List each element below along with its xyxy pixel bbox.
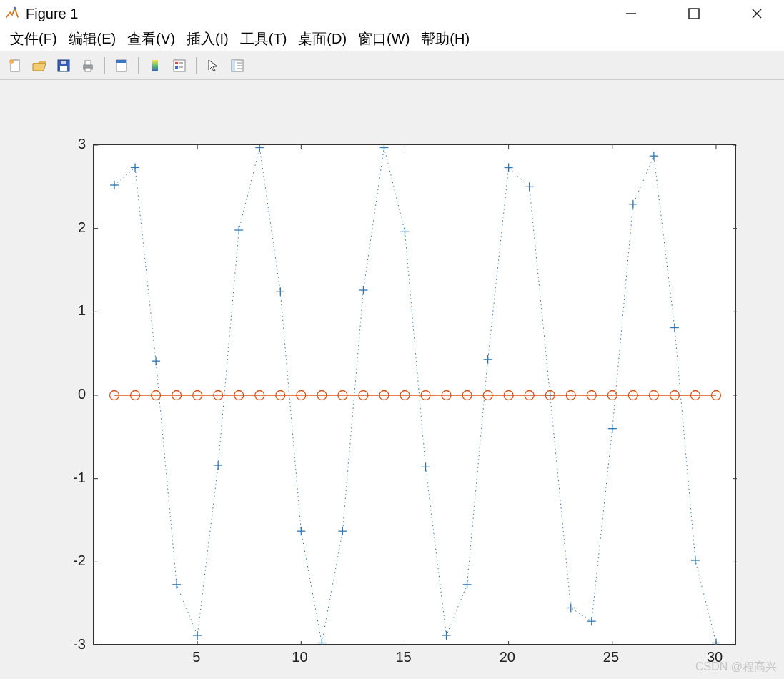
open-folder-icon[interactable] xyxy=(29,55,50,76)
legend-icon[interactable] xyxy=(169,55,190,76)
save-icon[interactable] xyxy=(53,55,74,76)
menu-view[interactable]: 查看(V) xyxy=(121,28,181,50)
svg-rect-17 xyxy=(175,62,178,64)
svg-rect-22 xyxy=(232,60,235,71)
figure-canvas: -3-2-10123 51015202530 CSDN @程高兴 xyxy=(0,80,784,679)
axes[interactable] xyxy=(93,144,736,645)
colorbar-icon[interactable] xyxy=(144,55,166,76)
menu-window[interactable]: 窗口(W) xyxy=(352,28,415,50)
ytick-label: -2 xyxy=(69,552,86,569)
toolbar-separator xyxy=(104,57,105,74)
xtick-label: 15 xyxy=(395,649,411,665)
xtick-label: 10 xyxy=(292,649,307,665)
menu-help[interactable]: 帮助(H) xyxy=(415,28,475,50)
ytick-label: 0 xyxy=(76,386,86,402)
menu-file[interactable]: 文件(F) xyxy=(4,28,63,50)
cursor-icon[interactable] xyxy=(202,55,224,76)
xtick-label: 30 xyxy=(707,649,723,665)
svg-rect-9 xyxy=(61,61,66,64)
plot-svg xyxy=(94,145,737,645)
toolbar xyxy=(0,51,784,80)
svg-rect-8 xyxy=(60,66,67,71)
new-file-icon[interactable] xyxy=(4,55,26,76)
maximize-button[interactable] xyxy=(680,3,708,24)
matlab-logo-icon xyxy=(4,6,20,21)
minimize-button[interactable] xyxy=(617,3,645,24)
svg-rect-14 xyxy=(116,60,126,63)
ytick-label: 1 xyxy=(76,302,86,319)
svg-rect-16 xyxy=(174,60,185,71)
ytick-label: 2 xyxy=(76,219,86,236)
print-preview-icon[interactable] xyxy=(111,55,132,76)
ytick-label: -3 xyxy=(69,636,86,653)
ytick-label: -1 xyxy=(69,470,86,486)
xtick-label: 5 xyxy=(192,649,200,665)
menu-insert[interactable]: 插入(I) xyxy=(181,28,234,50)
svg-rect-2 xyxy=(689,9,699,19)
svg-point-0 xyxy=(14,7,16,10)
svg-rect-18 xyxy=(175,66,178,69)
svg-point-6 xyxy=(9,59,14,64)
svg-rect-12 xyxy=(85,68,91,71)
plot-editor-icon[interactable] xyxy=(227,55,248,76)
menu-edit[interactable]: 编辑(E) xyxy=(63,28,122,50)
titlebar: Figure 1 xyxy=(0,0,784,27)
window-controls xyxy=(617,3,780,24)
xtick-label: 20 xyxy=(500,649,515,665)
toolbar-separator xyxy=(196,57,197,74)
svg-rect-15 xyxy=(152,60,158,71)
svg-rect-11 xyxy=(85,61,91,65)
toolbar-separator xyxy=(138,57,139,74)
menubar: 文件(F) 编辑(E) 查看(V) 插入(I) 工具(T) 桌面(D) 窗口(W… xyxy=(0,27,784,51)
close-button[interactable] xyxy=(743,3,771,24)
xtick-label: 25 xyxy=(603,649,619,665)
ytick-label: 3 xyxy=(76,136,86,152)
window-title: Figure 1 xyxy=(26,6,78,22)
menu-desktop[interactable]: 桌面(D) xyxy=(292,28,352,50)
menu-tools[interactable]: 工具(T) xyxy=(234,28,293,50)
print-icon[interactable] xyxy=(77,55,99,76)
